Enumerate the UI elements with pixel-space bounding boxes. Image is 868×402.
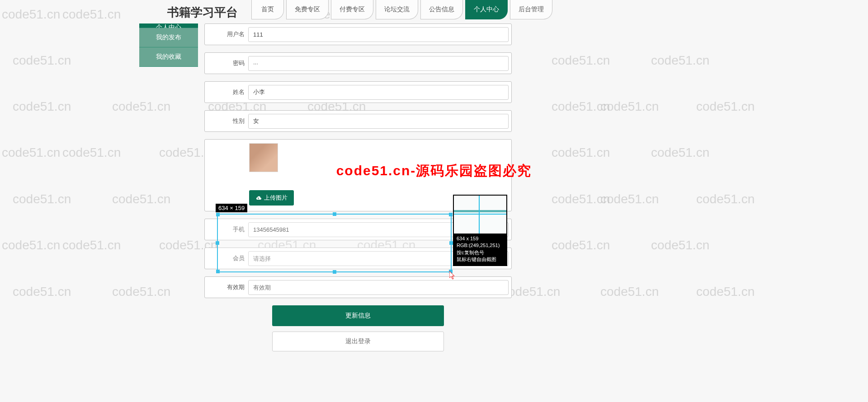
nav-admin[interactable]: 后台管理: [510, 0, 552, 19]
label-member: 会员: [208, 254, 248, 262]
update-button[interactable]: 更新信息: [272, 305, 444, 326]
watermark: code51.cn: [696, 99, 755, 114]
label-gender: 性别: [208, 117, 248, 125]
magnifier-dim: 634 x 159: [457, 235, 504, 242]
input-expire[interactable]: [248, 280, 509, 295]
label-name: 姓名: [208, 88, 248, 96]
nav-free[interactable]: 免费专区: [286, 0, 329, 19]
label-expire: 有效期: [208, 283, 248, 291]
nav-paid[interactable]: 付费专区: [331, 0, 373, 19]
watermark: code51.cn: [696, 192, 755, 206]
upload-photo-button[interactable]: 上传图片: [249, 190, 294, 206]
label-username: 用户名: [208, 30, 248, 38]
nav-home[interactable]: 首页: [251, 0, 284, 19]
magnifier-info: 634 x 159 RGB:(249,251,251) 按c复制色号 鼠标右键自…: [454, 234, 506, 265]
sidebar-item-myposts[interactable]: 我的发布: [139, 28, 198, 47]
sidebar: 个人中心 我的发布 我的收藏: [139, 23, 198, 351]
sidebar-item-favorites[interactable]: 我的收藏: [139, 47, 198, 67]
copyright-overlay: code51.cn-源码乐园盗图必究: [336, 162, 532, 180]
row-gender: 性别: [204, 110, 512, 132]
row-expire: 有效期: [204, 276, 512, 298]
header: 书籍学习平台 首页 免费专区 付费专区 论坛交流 公告信息 个人中心 后台管理: [167, 0, 701, 23]
magnifier-hint2: 鼠标右键自由截图: [457, 256, 504, 263]
watermark: code51.cn: [2, 238, 60, 252]
logout-button[interactable]: 退出登录: [272, 332, 444, 351]
label-password: 密码: [208, 59, 248, 67]
navbar: 首页 免费专区 付费专区 论坛交流 公告信息 个人中心 后台管理: [251, 0, 552, 19]
main: 个人中心 我的发布 我的收藏 用户名 密码 姓名 性别: [167, 23, 701, 351]
upload-photo-label: 上传图片: [264, 194, 288, 202]
nav-notice[interactable]: 公告信息: [420, 0, 463, 19]
watermark: code51.cn: [62, 145, 121, 160]
magnifier-view: [454, 196, 506, 234]
row-username: 用户名: [204, 23, 512, 45]
watermark: code51.cn: [13, 192, 71, 206]
watermark: code51.cn: [2, 7, 60, 22]
cloud-upload-icon: [255, 195, 262, 201]
mouse-cursor-icon: [449, 271, 457, 282]
magnifier-hint1: 按c复制色号: [457, 249, 504, 256]
selection-dimensions-label: 634 × 159: [216, 204, 247, 212]
input-password[interactable]: [248, 56, 509, 71]
watermark: code51.cn: [2, 145, 60, 160]
watermark: code51.cn: [13, 285, 71, 299]
label-phone: 手机: [208, 225, 248, 234]
form-area: 用户名 密码 姓名 性别 上传图片: [204, 23, 512, 351]
select-gender[interactable]: [248, 114, 509, 129]
magnifier-rgb: RGB:(249,251,251): [457, 242, 504, 249]
sidebar-item-personal[interactable]: 个人中心: [139, 23, 198, 28]
nav-personal[interactable]: 个人中心: [465, 0, 508, 19]
watermark: code51.cn: [13, 99, 71, 114]
nav-forum[interactable]: 论坛交流: [376, 0, 418, 19]
watermark: code51.cn: [62, 7, 121, 22]
input-name[interactable]: [248, 85, 509, 100]
watermark: code51.cn: [696, 285, 755, 299]
row-password: 密码: [204, 52, 512, 74]
page-title: 书籍学习平台: [167, 0, 247, 20]
watermark: code51.cn: [13, 53, 71, 68]
input-username[interactable]: [248, 27, 509, 42]
watermark: code51.cn: [62, 238, 121, 252]
color-magnifier: 634 x 159 RGB:(249,251,251) 按c复制色号 鼠标右键自…: [453, 195, 507, 266]
avatar-preview: [249, 143, 278, 172]
row-name: 姓名: [204, 81, 512, 103]
